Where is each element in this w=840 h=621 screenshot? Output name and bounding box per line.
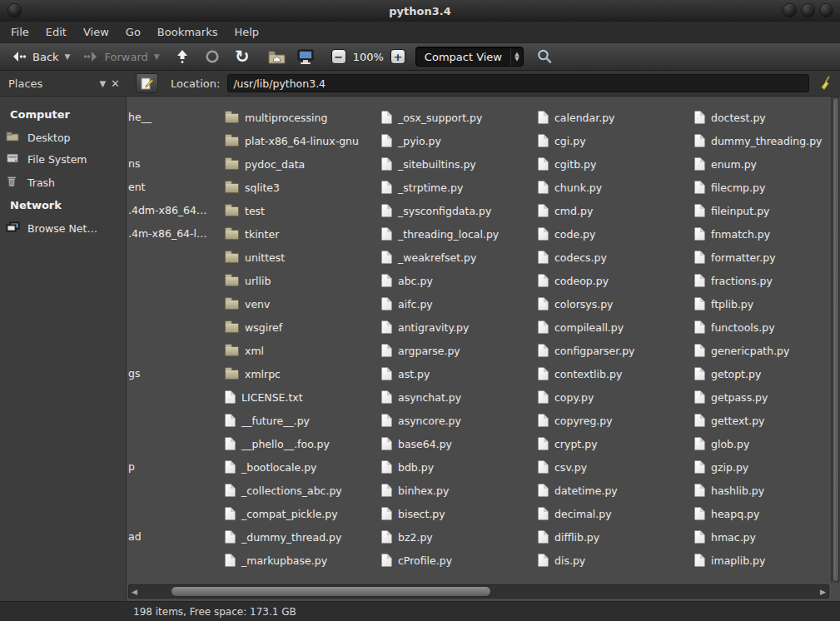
file-item[interactable]: dummy_threading.py <box>694 129 831 152</box>
file-item[interactable]: copyreg.py <box>538 409 693 432</box>
horizontal-scrollbar-thumb[interactable] <box>171 586 491 597</box>
file-item[interactable]: csv.py <box>538 455 693 479</box>
clipped-file-name-fragment[interactable]: ent <box>128 176 146 199</box>
clipped-file-name-fragment[interactable]: ns <box>128 152 140 176</box>
minimize-button[interactable] <box>783 3 797 17</box>
forward-history-caret-icon[interactable]: ▼ <box>154 52 160 61</box>
location-input[interactable] <box>227 74 809 92</box>
file-item[interactable]: fnmatch.py <box>694 222 831 246</box>
zoom-out-button[interactable]: − <box>331 49 346 64</box>
reload-button[interactable]: ↻ <box>233 47 251 66</box>
view-mode-spinner-icon[interactable]: ▲▼ <box>510 47 523 66</box>
file-item[interactable]: LICENSE.txt <box>225 385 380 409</box>
folder-item[interactable]: multiprocessing <box>225 106 380 129</box>
file-item[interactable]: _collections_abc.py <box>225 479 380 502</box>
file-item[interactable]: __future__.py <box>225 409 380 432</box>
scroll-right-arrow-icon[interactable]: ▶ <box>818 585 828 598</box>
file-item[interactable]: _osx_support.py <box>381 106 536 129</box>
clipped-file-name-fragment[interactable]: p <box>128 455 135 479</box>
edit-location-button[interactable] <box>136 73 158 93</box>
file-item[interactable]: glob.py <box>694 432 831 455</box>
file-item[interactable]: ast.py <box>381 362 536 385</box>
file-item[interactable]: dis.py <box>538 549 693 572</box>
menu-help[interactable]: Help <box>226 23 266 41</box>
desktop-button[interactable] <box>296 47 315 66</box>
file-item[interactable]: bdb.py <box>381 455 536 479</box>
file-item[interactable]: configparser.py <box>538 339 693 362</box>
file-item[interactable]: contextlib.py <box>538 362 693 385</box>
file-pane[interactable]: multiprocessingplat-x86_64-linux-gnupydo… <box>127 97 840 601</box>
file-item[interactable]: asyncore.py <box>381 409 536 432</box>
sidebar-item-trash[interactable]: Trash <box>0 171 126 194</box>
folder-item[interactable]: urllib <box>225 269 380 292</box>
file-item[interactable]: _pyio.py <box>381 129 536 152</box>
file-item[interactable]: _strptime.py <box>381 176 536 199</box>
scroll-left-arrow-icon[interactable]: ◀ <box>129 585 140 598</box>
file-item[interactable]: argparse.py <box>381 339 536 362</box>
file-item[interactable]: ftplib.py <box>694 292 831 315</box>
maximize-button[interactable] <box>801 3 815 17</box>
folder-item[interactable]: xmlrpc <box>225 362 380 385</box>
places-close-icon[interactable]: ✕ <box>111 77 120 90</box>
clipped-file-name-fragment[interactable]: .4dm-x86_64… <box>128 199 207 222</box>
file-item[interactable]: cgitb.py <box>538 152 693 176</box>
file-item[interactable]: datetime.py <box>538 479 693 502</box>
stop-button[interactable] <box>203 47 221 66</box>
file-item[interactable]: heapq.py <box>694 502 831 525</box>
file-item[interactable]: decimal.py <box>538 502 693 525</box>
menu-go[interactable]: Go <box>118 23 148 41</box>
file-item[interactable]: fileinput.py <box>694 199 831 222</box>
menu-bookmarks[interactable]: Bookmarks <box>150 23 226 41</box>
clipped-file-name-fragment[interactable]: he__ <box>128 106 152 129</box>
file-item[interactable]: asynchat.py <box>381 385 536 409</box>
folder-item[interactable]: pydoc_data <box>225 152 380 176</box>
clipped-file-name-fragment[interactable]: ad <box>128 525 142 549</box>
folder-item[interactable]: test <box>225 199 380 222</box>
clear-location-button[interactable] <box>814 73 836 93</box>
file-item[interactable]: imaplib.py <box>694 549 831 572</box>
file-item[interactable]: calendar.py <box>538 106 693 129</box>
close-button[interactable] <box>819 3 833 17</box>
menu-view[interactable]: View <box>76 23 117 41</box>
clipped-file-name-fragment[interactable]: .4m-x86_64-l… <box>128 222 207 246</box>
search-button[interactable] <box>535 47 554 66</box>
file-item[interactable]: gettext.py <box>694 409 831 432</box>
back-button[interactable]: Back ▼ <box>7 46 73 67</box>
file-item[interactable]: antigravity.py <box>381 315 536 339</box>
file-item[interactable]: binhex.py <box>381 479 536 502</box>
file-item[interactable]: _dummy_thread.py <box>225 525 380 549</box>
file-item[interactable]: abc.py <box>381 269 536 292</box>
forward-button[interactable]: Forward ▼ <box>78 46 162 67</box>
file-item[interactable]: compileall.py <box>538 315 693 339</box>
horizontal-scrollbar[interactable]: ◀ ▶ <box>128 584 829 599</box>
sidebar-item-browse-net[interactable]: Browse Net… <box>0 217 126 240</box>
folder-item[interactable]: unittest <box>225 246 380 269</box>
back-history-caret-icon[interactable]: ▼ <box>65 52 71 61</box>
file-item[interactable]: hmac.py <box>694 525 831 549</box>
file-item[interactable]: codecs.py <box>538 246 693 269</box>
folder-item[interactable]: xml <box>225 339 380 362</box>
file-item[interactable]: copy.py <box>538 385 693 409</box>
menu-file[interactable]: File <box>3 23 37 41</box>
vertical-scrollbar[interactable] <box>831 97 840 583</box>
file-item[interactable]: formatter.py <box>694 246 831 269</box>
places-caret-icon[interactable]: ▼ <box>99 79 106 88</box>
file-item[interactable]: cProfile.py <box>381 549 536 572</box>
file-item[interactable]: getpass.py <box>694 385 831 409</box>
file-item[interactable]: enum.py <box>694 152 831 176</box>
clipped-file-name-fragment[interactable]: gs <box>128 362 140 385</box>
vertical-scrollbar-thumb[interactable] <box>833 97 839 582</box>
zoom-in-button[interactable]: + <box>390 49 405 64</box>
file-item[interactable]: crypt.py <box>538 432 693 455</box>
file-item[interactable]: fractions.py <box>694 269 831 292</box>
file-item[interactable]: gzip.py <box>694 455 831 479</box>
folder-item[interactable]: wsgiref <box>225 315 380 339</box>
view-mode-select[interactable]: Compact View ▲▼ <box>415 47 524 67</box>
file-item[interactable]: _weakrefset.py <box>381 246 536 269</box>
sidebar-item-file-system[interactable]: File System <box>0 148 126 171</box>
folder-item[interactable]: tkinter <box>225 222 380 246</box>
file-item[interactable]: difflib.py <box>538 525 693 549</box>
file-item[interactable]: _sitebuiltins.py <box>381 152 536 176</box>
file-item[interactable]: base64.py <box>381 432 536 455</box>
file-item[interactable]: filecmp.py <box>694 176 831 199</box>
